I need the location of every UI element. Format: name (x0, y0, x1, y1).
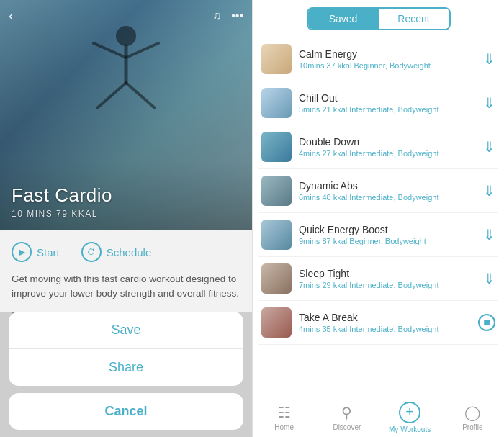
svg-point-0 (116, 26, 136, 46)
list-item[interactable]: Dynamic Abs 6mins 48 kkal Intermediate, … (258, 169, 498, 213)
workout-info-0: Calm Energy 10mins 37 kkal Beginner, Bod… (299, 48, 479, 70)
svg-line-3 (126, 43, 158, 58)
nav-profile[interactable]: ◯ Profile (441, 397, 504, 437)
hero-title-area: Fast Cardio 10 MINS 79 KKAL (12, 184, 112, 219)
svg-line-4 (97, 83, 126, 108)
hero-title: Fast Cardio (12, 184, 112, 207)
workout-thumbnail (261, 263, 292, 294)
svg-line-5 (126, 83, 155, 108)
hero-right-icons: ♫ ••• (212, 9, 243, 22)
workout-meta: 4mins 35 kkal Intermediate, Bodyweight (299, 325, 474, 333)
workout-meta: 7mins 29 kkal Intermediate, Bodyweight (299, 281, 479, 289)
workout-info-5: Sleep Tight 7mins 29 kkal Intermediate, … (299, 268, 479, 289)
workout-thumbnail (261, 307, 292, 338)
right-panel: Saved Recent Calm Energy 10mins 37 kkal … (252, 0, 504, 437)
list-item[interactable]: Chill Out 5mins 21 kkal Intermediate, Bo… (258, 81, 498, 125)
back-button[interactable]: ‹ (9, 7, 14, 24)
bottom-nav: ☷ Home ⚲ Discover + My Workouts ◯ Profil… (253, 397, 504, 437)
download-icon[interactable]: ⇓ (483, 94, 495, 112)
nav-discover-label: Discover (333, 423, 361, 431)
workout-name: Double Down (299, 136, 479, 148)
workout-description: Get moving with this fast cardio workout… (12, 272, 240, 302)
workout-thumbnail (261, 176, 292, 206)
workout-meta: 6mins 48 kkal Intermediate, Bodyweight (299, 193, 479, 202)
download-icon[interactable]: ⇓ (483, 138, 495, 156)
start-button[interactable]: ▶ Start (12, 242, 60, 262)
action-sheet-group: Save Share (9, 312, 243, 386)
nav-my-workouts-label: My Workouts (389, 425, 431, 433)
workout-info-3: Dynamic Abs 6mins 48 kkal Intermediate, … (299, 180, 479, 202)
workout-thumbnail (261, 220, 292, 250)
list-item[interactable]: Take A Break 4mins 35 kkal Intermediate,… (258, 301, 498, 345)
workout-meta: 10mins 37 kkal Beginner, Bodyweight (299, 61, 479, 70)
workout-thumbnail (261, 44, 292, 74)
add-icon: + (399, 402, 420, 423)
download-icon[interactable]: ⇓ (483, 50, 495, 68)
svg-line-2 (94, 43, 126, 58)
cancel-button[interactable]: Cancel (9, 393, 243, 430)
download-icon[interactable]: ⇓ (483, 270, 495, 287)
list-item[interactable]: Double Down 4mins 27 kkal Intermediate, … (258, 125, 498, 169)
segment-inner: Saved Recent (307, 7, 451, 30)
nav-discover[interactable]: ⚲ Discover (315, 397, 378, 437)
workout-info-6: Take A Break 4mins 35 kkal Intermediate,… (299, 312, 474, 333)
workout-name: Sleep Tight (299, 268, 479, 279)
tab-saved[interactable]: Saved (308, 9, 379, 29)
play-icon: ▶ (12, 242, 32, 262)
nav-profile-label: Profile (462, 423, 482, 431)
nav-home[interactable]: ☷ Home (253, 397, 315, 437)
workout-thumbnail (261, 132, 292, 162)
workout-meta: 5mins 21 kkal Intermediate, Bodyweight (299, 105, 479, 114)
list-item[interactable]: Sleep Tight 7mins 29 kkal Intermediate, … (258, 257, 498, 301)
workout-info-1: Chill Out 5mins 21 kkal Intermediate, Bo… (299, 92, 479, 114)
hero-image: ‹ ♫ ••• Fast Cardio 10 MINS 79 KKAL (0, 0, 252, 230)
list-item[interactable]: Calm Energy 10mins 37 kkal Beginner, Bod… (258, 37, 498, 81)
workout-name: Chill Out (299, 92, 479, 104)
profile-icon: ◯ (464, 404, 480, 421)
workout-info-4: Quick Energy Boost 9mins 87 kkal Beginne… (299, 224, 479, 245)
workout-info-2: Double Down 4mins 27 kkal Intermediate, … (299, 136, 479, 158)
action-buttons: ▶ Start ⏱ Schedule (12, 242, 240, 262)
tab-recent[interactable]: Recent (379, 9, 449, 29)
download-icon[interactable]: ⇓ (483, 182, 495, 199)
list-item[interactable]: Quick Energy Boost 9mins 87 kkal Beginne… (258, 213, 498, 257)
segment-control: Saved Recent (253, 0, 504, 37)
workout-meta: 4mins 27 kkal Intermediate, Bodyweight (299, 149, 479, 158)
hero-top-icons: ‹ ♫ ••• (0, 7, 252, 24)
music-icon[interactable]: ♫ (212, 9, 221, 22)
workout-name: Take A Break (299, 312, 474, 323)
schedule-button[interactable]: ⏱ Schedule (81, 242, 152, 262)
hero-stats: 10 MINS 79 KKAL (12, 209, 112, 219)
workout-name: Calm Energy (299, 48, 479, 60)
stop-icon[interactable]: ■ (478, 314, 495, 331)
action-sheet: Save Share Cancel (0, 312, 252, 437)
save-button[interactable]: Save (9, 312, 243, 349)
workout-name: Quick Energy Boost (299, 224, 479, 235)
left-panel: ‹ ♫ ••• Fast Cardio 10 MINS 79 KKAL ▶ St… (0, 0, 252, 437)
nav-my-workouts[interactable]: + My Workouts (379, 397, 441, 437)
more-icon[interactable]: ••• (231, 9, 243, 22)
clock-icon: ⏱ (81, 242, 102, 262)
home-icon: ☷ (278, 404, 291, 421)
share-button[interactable]: Share (9, 349, 243, 386)
workout-name: Dynamic Abs (299, 180, 479, 192)
workout-meta: 9mins 87 kkal Beginner, Bodyweight (299, 237, 479, 245)
nav-home-label: Home (274, 423, 294, 431)
workout-list: Calm Energy 10mins 37 kkal Beginner, Bod… (253, 37, 504, 397)
download-icon[interactable]: ⇓ (483, 226, 495, 243)
search-icon: ⚲ (341, 404, 352, 421)
workout-thumbnail (261, 88, 292, 118)
